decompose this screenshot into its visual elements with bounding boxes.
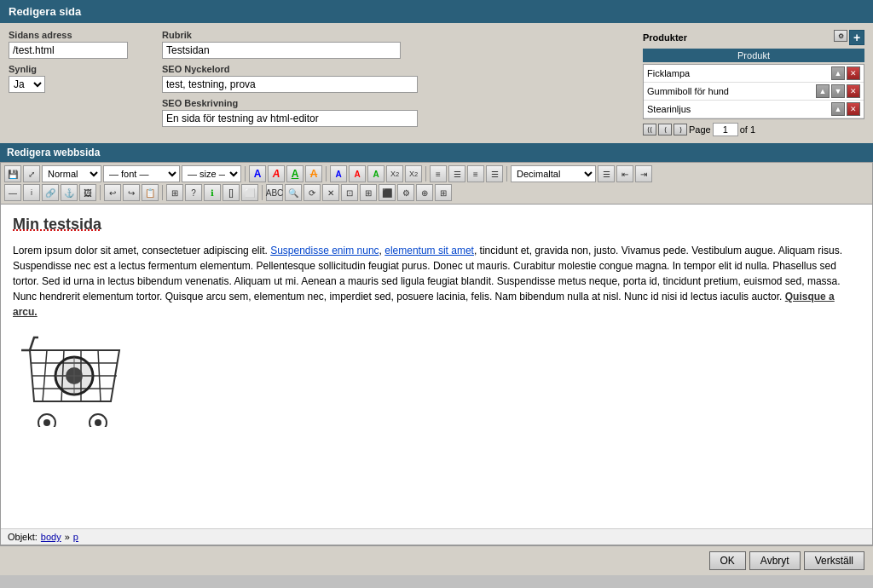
hr-btn[interactable]: — — [4, 184, 21, 201]
product-down-btn[interactable]: ▼ — [831, 84, 845, 98]
seo-desc-label: SEO Beskrivning — [162, 98, 626, 108]
fullscreen-btn[interactable]: ⤢ — [23, 165, 40, 182]
product-up-btn[interactable]: ▲ — [831, 66, 845, 80]
nav-next-btn[interactable]: ⟩ — [674, 124, 687, 135]
shopping-cart-image — [13, 325, 860, 431]
list-btn[interactable]: ☰ — [598, 165, 615, 182]
product-actions: ▲ ▼ ✕ — [816, 84, 860, 98]
product-up-btn[interactable]: ▲ — [816, 84, 830, 98]
product-delete-btn[interactable]: ✕ — [847, 84, 860, 98]
undo-btn[interactable]: ↩ — [104, 184, 121, 201]
meta-left: Sidans adress Synlig Ja Nej — [9, 30, 145, 93]
sep5 — [100, 185, 101, 200]
ok-button[interactable]: OK — [709, 551, 746, 570]
color-a-red-btn[interactable]: A — [349, 165, 366, 182]
table-btn[interactable]: ⊞ — [166, 184, 183, 201]
remove-format-btn[interactable]: ✕ — [322, 184, 339, 201]
redo-btn[interactable]: ↪ — [123, 184, 140, 201]
apply-button[interactable]: Verkställ — [804, 551, 864, 570]
table2-btn[interactable]: ⊞ — [360, 184, 377, 201]
svg-point-1 — [43, 419, 50, 426]
code-btn[interactable]: [] — [223, 184, 240, 201]
product-up-btn[interactable]: ▲ — [831, 102, 845, 116]
find-btn[interactable]: 🔍 — [285, 184, 302, 201]
title-input[interactable] — [162, 42, 401, 59]
products-title: Produkter — [643, 32, 687, 43]
visible-field-group: Synlig Ja Nej — [9, 64, 145, 93]
editor-title: Redigera webbsida — [0, 143, 873, 162]
link-btn[interactable]: 🔗 — [42, 184, 59, 201]
style-select[interactable]: Normal Heading 1 Heading 2 Heading 3 — [42, 165, 101, 182]
italic-red-btn[interactable]: A — [268, 165, 285, 182]
products-settings-btn[interactable]: ⚙ — [834, 30, 847, 42]
seo-keywords-input[interactable] — [162, 76, 418, 93]
numbering-select[interactable]: Decimaltal — [511, 165, 596, 182]
products-col-header: Produkt — [643, 49, 864, 62]
extra-btn[interactable]: ⬛ — [379, 184, 396, 201]
paste-btn[interactable]: 📋 — [142, 184, 159, 201]
info2-btn[interactable]: ℹ — [204, 184, 221, 201]
address-input[interactable] — [9, 42, 128, 59]
anchor-btn[interactable]: ⚓ — [61, 184, 78, 201]
indent-more-btn[interactable]: ⇥ — [635, 165, 652, 182]
page-title-text: Redigera sida — [9, 5, 81, 18]
align-justify-btn[interactable]: ☰ — [486, 165, 503, 182]
svg-point-3 — [95, 419, 101, 426]
size-select[interactable]: — size — — [182, 165, 241, 182]
address-field-group: Sidans adress — [9, 30, 145, 59]
indent-less-btn[interactable]: ⇤ — [616, 165, 633, 182]
product-actions: ▲ ✕ — [831, 102, 860, 116]
cancel-button[interactable]: Avbryt — [749, 551, 801, 570]
products-panel: Produkter ⚙ + Produkt Ficklampa ▲ ✕ Gumm… — [643, 30, 864, 136]
extra4-btn[interactable]: ⊞ — [435, 184, 452, 201]
color-a-btn[interactable]: A — [330, 165, 347, 182]
products-header: Produkter ⚙ + — [643, 30, 864, 45]
nav-first-btn[interactable]: ⟨⟨ — [643, 124, 656, 135]
product-delete-btn[interactable]: ✕ — [847, 66, 860, 80]
page-label: Page — [689, 124, 711, 135]
subscript-btn[interactable]: X2 — [386, 165, 403, 182]
info-btn[interactable]: i — [23, 184, 40, 201]
align-left-btn[interactable]: ≡ — [430, 165, 447, 182]
content-heading: Min testsida — [13, 213, 860, 236]
align-center-btn[interactable]: ☰ — [448, 165, 465, 182]
status-label: Objekt: — [8, 532, 38, 542]
replace-btn[interactable]: ⟳ — [304, 184, 321, 201]
sep2 — [326, 166, 327, 182]
sep7 — [262, 185, 263, 200]
source-btn[interactable]: ⬜ — [241, 184, 258, 201]
sep3 — [425, 166, 426, 182]
help-btn[interactable]: ? — [185, 184, 202, 201]
nav-prev-btn[interactable]: ⟨ — [658, 124, 672, 135]
visible-select[interactable]: Ja Nej — [9, 76, 45, 93]
toolbar: 💾 ⤢ Normal Heading 1 Heading 2 Heading 3… — [1, 163, 872, 205]
underline-green-btn[interactable]: A — [286, 165, 304, 182]
spell-btn[interactable]: ABC — [266, 184, 283, 201]
align-right-btn[interactable]: ≡ — [467, 165, 484, 182]
page-of: of 1 — [740, 124, 755, 135]
strikethrough-btn[interactable]: A — [305, 165, 322, 182]
bold-blue-btn[interactable]: A — [249, 165, 266, 182]
meta-center: Rubrik SEO Nyckelord SEO Beskrivning — [162, 30, 626, 127]
products-add-btn[interactable]: + — [849, 30, 864, 45]
superscript-btn[interactable]: X2 — [405, 165, 422, 182]
body-link[interactable]: body — [41, 532, 61, 542]
extra2-btn[interactable]: ⚙ — [397, 184, 414, 201]
editor-content[interactable]: Min testsida Lorem ipsum dolor sit amet,… — [1, 205, 872, 528]
save-btn[interactable]: 💾 — [4, 165, 21, 182]
p-link[interactable]: p — [73, 532, 78, 542]
product-delete-btn[interactable]: ✕ — [847, 102, 860, 116]
seo-desc-field-group: SEO Beskrivning — [162, 98, 626, 127]
extra3-btn[interactable]: ⊕ — [416, 184, 433, 201]
product-row: Gummiboll för hund ▲ ▼ ✕ — [644, 83, 864, 101]
page-input[interactable] — [713, 123, 738, 136]
color-a-green-btn[interactable]: A — [367, 165, 384, 182]
product-name: Gummiboll för hund — [647, 86, 816, 96]
font-select[interactable]: — font — — [103, 165, 180, 182]
toolbar-row-2: — i 🔗 ⚓ 🖼 ↩ ↪ 📋 ⊞ ? ℹ [] ⬜ ABC 🔍 ⟳ ✕ — [4, 183, 869, 202]
select-all-btn[interactable]: ⊡ — [341, 184, 358, 201]
seo-desc-input[interactable] — [162, 110, 418, 127]
editor-container: 💾 ⤢ Normal Heading 1 Heading 2 Heading 3… — [0, 162, 873, 545]
image-btn[interactable]: 🖼 — [79, 184, 96, 201]
bottom-bar: OK Avbryt Verkställ — [0, 545, 873, 575]
